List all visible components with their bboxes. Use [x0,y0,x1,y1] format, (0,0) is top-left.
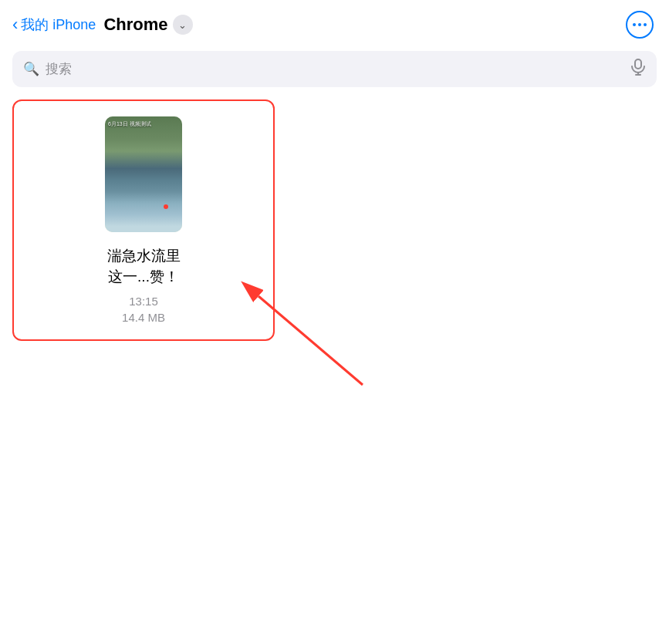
back-label: 我的 iPhone [21,15,96,34]
page-title: Chrome [103,15,167,35]
more-dots-icon [633,23,647,26]
header: ‹ 我的 iPhone Chrome ⌄ [0,0,669,46]
back-chevron-icon: ‹ [12,16,18,33]
thumbnail-overlay-text: 6月13日 视频测试 [108,121,179,127]
svg-line-4 [258,296,363,385]
search-input[interactable]: 搜索 [46,60,624,78]
more-button[interactable] [626,11,654,39]
title-group: Chrome ⌄ [103,15,192,35]
microphone-icon[interactable] [630,59,646,79]
title-dropdown-button[interactable]: ⌄ [173,15,193,35]
arrow-annotation [123,223,370,393]
search-icon: 🔍 [23,61,39,77]
file-thumbnail: 6月13日 视频测试 [105,116,182,232]
thumbnail-red-dot [164,204,168,209]
search-bar[interactable]: 🔍 搜索 [12,51,657,87]
chevron-down-icon: ⌄ [178,20,187,30]
back-button[interactable]: ‹ 我的 iPhone [12,15,96,34]
svg-rect-0 [635,59,641,69]
content-area: 6月13日 视频测试 湍急水流里 这一...赞！ 13:15 14.4 MB [0,99,669,341]
